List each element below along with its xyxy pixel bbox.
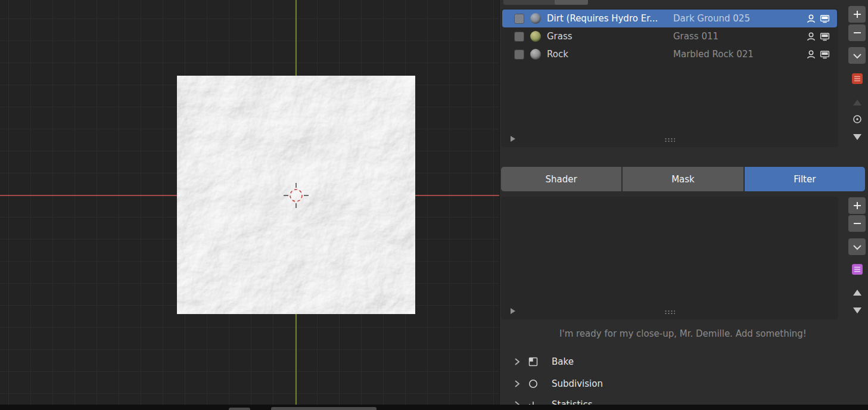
filter-list[interactable]	[501, 197, 838, 319]
chevron-right-icon	[514, 358, 521, 366]
add-filter-button[interactable]	[848, 197, 866, 214]
material-preview-name: Marbled Rock 021	[673, 49, 806, 60]
material-preview-name: Dark Ground 025	[673, 13, 806, 24]
list-expand-triangle[interactable]	[511, 308, 515, 314]
material-sphere-icon	[530, 13, 541, 24]
list-item[interactable]: Grass Grass 011	[502, 27, 837, 45]
empty-state-hint: I'm ready for my close-up, Mr. Demille. …	[501, 328, 865, 339]
enable-checkbox[interactable]	[514, 32, 524, 42]
list-expand-triangle[interactable]	[511, 136, 515, 142]
mesh-circle-icon	[527, 377, 540, 390]
remove-button[interactable]	[848, 24, 866, 41]
panel-label: Bake	[552, 356, 574, 367]
enable-checkbox[interactable]	[514, 49, 524, 60]
material-name: Dirt (Requires Hydro Er...	[547, 13, 673, 24]
user-preview-icon[interactable]	[806, 49, 816, 60]
filter-move-down-button[interactable]	[848, 302, 866, 319]
move-down-button[interactable]	[848, 129, 866, 145]
cursor-3d-icon	[283, 182, 309, 209]
target-icon-button[interactable]	[848, 111, 866, 128]
list-item[interactable]: Rock Marbled Rock 021	[502, 45, 837, 63]
purple-list-button[interactable]	[848, 261, 866, 278]
material-layer-list: Dirt (Requires Hydro Er... Dark Ground 0…	[501, 8, 838, 147]
blender-window: Dirt (Requires Hydro Er... Dark Ground 0…	[0, 0, 868, 410]
display-toggle-icon[interactable]	[820, 14, 830, 24]
remove-filter-button[interactable]	[848, 215, 866, 232]
material-name: Rock	[547, 49, 673, 60]
chevron-right-icon	[514, 380, 521, 388]
clipped-bottom-button	[229, 408, 250, 410]
panel-header-subdivision[interactable]: Subdivision	[514, 376, 603, 392]
user-preview-icon[interactable]	[806, 32, 816, 42]
viewport-3d[interactable]	[0, 0, 499, 405]
display-toggle-icon[interactable]	[820, 32, 830, 42]
clipped-header-button	[555, 0, 588, 5]
move-up-button[interactable]	[848, 94, 866, 111]
tab-shader[interactable]: Shader	[501, 167, 621, 191]
material-preview-name: Grass 011	[673, 31, 806, 42]
material-sphere-icon	[530, 31, 541, 42]
red-list-button[interactable]	[848, 70, 866, 87]
panel-header-bake[interactable]: Bake	[514, 354, 574, 369]
tab-mask[interactable]: Mask	[623, 167, 743, 191]
panel-label: Subdivision	[552, 378, 603, 389]
material-name: Grass	[547, 31, 673, 42]
add-button[interactable]	[848, 6, 866, 23]
clipped-bottom-button	[271, 407, 377, 410]
list-item[interactable]: Dirt (Requires Hydro Er... Dark Ground 0…	[502, 10, 837, 27]
tab-filter[interactable]: Filter	[745, 167, 865, 191]
terrain-addon-panel: Dirt (Requires Hydro Er... Dark Ground 0…	[499, 0, 868, 410]
display-toggle-icon[interactable]	[820, 49, 830, 60]
filter-specials-dropdown-button[interactable]	[848, 238, 866, 255]
list-resize-grip[interactable]	[664, 310, 675, 314]
bottom-editor-edge	[0, 405, 868, 410]
bake-texture-icon	[527, 355, 540, 368]
specials-dropdown-button[interactable]	[848, 47, 866, 64]
filter-move-up-button[interactable]	[848, 284, 866, 301]
mode-tabs: Shader Mask Filter	[501, 167, 865, 191]
enable-checkbox[interactable]	[514, 14, 524, 24]
material-sphere-icon	[530, 49, 541, 60]
list-resize-grip[interactable]	[664, 138, 675, 142]
user-preview-icon[interactable]	[806, 14, 816, 24]
